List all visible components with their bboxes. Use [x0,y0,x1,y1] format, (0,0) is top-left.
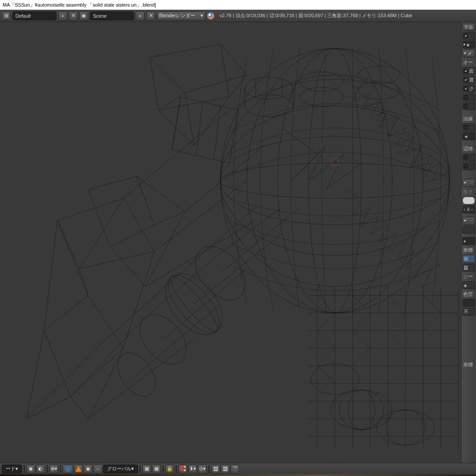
manipulator-toggle[interactable] [63,465,73,473]
pivot-dropdown[interactable]: ⊕▾ [49,465,58,473]
panel-checkbox-2[interactable]: 面 [462,67,475,75]
svg-point-20 [331,390,392,430]
3d-viewport[interactable] [0,22,461,463]
panel-label-colorspace: 色空 [462,290,475,298]
panel-icon-row[interactable]: 🖼 [462,264,475,271]
window-titlebar: MA「SSSun」¥automoiselle assembly 「solid s… [0,0,476,10]
render-engine-dropdown[interactable]: Blenderレンダー▾ [157,11,205,20]
panel-checkbox-8[interactable] [462,153,475,161]
add-layout-button[interactable]: + [58,11,67,20]
mode-dropdown[interactable]: ード ▾ [2,465,22,473]
panel-checkbox-5[interactable] [462,93,475,101]
snap-target-dropdown[interactable]: ⊙▾ [198,465,207,473]
panel-label-type: タイ [462,188,475,196]
panel-icon-row-2[interactable]: ◈ [462,281,475,289]
viewport-header: ード ▾ ◉ ◐ ⊕▾ ◉ ▫ グローバル ▾ ▦ ▦ 🔒 🧲 ⬇▾ ⊙▾ 🖼 … [0,463,476,474]
viewport-shading-2[interactable]: ◐ [36,465,45,473]
panel-label-auto: オー [462,58,475,66]
svg-point-12 [358,66,400,84]
panel-header-3[interactable] [462,179,475,187]
add-scene-button[interactable]: + [136,11,145,20]
viewport-shading-1[interactable]: ◉ [26,465,35,473]
panel-checkbox-1[interactable] [462,32,475,40]
opengl-anim-button[interactable]: 🎬 [231,465,239,473]
svg-point-6 [220,137,450,225]
manipulator-translate[interactable] [74,465,83,473]
panel-checkbox-3[interactable]: 選 [462,76,475,84]
panel-checkbox-7[interactable] [462,123,475,131]
panel-pill[interactable] [462,197,475,205]
manipulator-scale[interactable]: ▫ [93,465,102,473]
properties-panel[interactable]: マル ◈ メ オー 面 選 ク 法線 ◄ 辺情 タイ ‹ X ‹ ‹ ▾ 座標 … [461,22,476,463]
svg-point-9 [245,95,293,117]
panel-header-1[interactable]: マル [462,23,475,31]
panel-search[interactable] [462,226,475,234]
taskbar-strip [0,474,476,476]
svg-point-21 [339,390,383,430]
panel-collapsed-1[interactable]: ◈ [462,41,475,48]
scene-icon[interactable]: ◉ [79,11,88,20]
snap-toggle[interactable]: 🧲 [178,465,187,473]
delete-scene-button[interactable]: ✕ [146,11,155,20]
panel-header-2[interactable]: メ [462,49,475,57]
panel-checkbox-9[interactable] [462,162,475,170]
scene-field[interactable]: Scene [90,11,134,20]
panel-button-blue[interactable]: 画 [462,255,475,263]
panel-label-sort: ソー [462,272,475,280]
3d-cursor-icon [331,158,339,166]
panel-label-coords: 座標 [462,246,475,254]
panel-checkbox-6[interactable] [462,102,475,110]
panel-label-edge: 辺情 [462,145,475,152]
svg-point-2 [278,48,392,313]
scene-statistics: v2.79 | 頂点:0/19,036 | 辺:0/39,718 | 面:0/2… [216,12,416,19]
panel-dropdown-2[interactable]: 不 [462,308,475,316]
svg-point-22 [348,390,375,430]
opengl-render-button[interactable]: 🖼 [221,465,230,473]
svg-point-1 [247,48,423,313]
render-border-button[interactable]: 🖼 [211,465,220,473]
svg-point-5 [220,106,450,256]
info-header: ⊞ Default + ✕ ◉ Scene + ✕ Blenderレンダー▾ v… [0,10,476,22]
svg-point-0 [220,48,450,313]
delete-layout-button[interactable]: ✕ [69,11,78,20]
layers-button-1[interactable]: ▦ [142,465,151,473]
svg-point-8 [245,77,293,99]
editor-type-icon[interactable]: ⊞ [2,11,11,20]
snap-element-dropdown[interactable]: ⬇▾ [188,465,197,473]
panel-color-swatch[interactable] [462,299,475,307]
panel-xyz[interactable]: ‹ X ‹ ‹ [462,205,475,213]
blender-logo-icon [207,12,214,19]
svg-point-13 [358,82,400,99]
svg-point-7 [220,163,450,198]
panel-dropdown-1[interactable]: ▾ [462,237,475,245]
svg-point-4 [220,75,450,286]
panel-checkbox-4[interactable]: ク [462,85,475,93]
panel-label-coords-2: 座標 [462,361,475,368]
orientation-dropdown[interactable]: グローバル ▾ [103,465,138,473]
lock-camera-button[interactable]: 🔒 [165,465,174,473]
panel-header-4[interactable] [462,217,475,225]
screen-layout-field[interactable]: Default [12,11,56,20]
panel-slider-1[interactable]: ◄ [462,132,475,140]
window-title: MA「SSSun」¥automoiselle assembly 「solid s… [3,2,156,8]
manipulator-rotate[interactable]: ◉ [84,465,93,473]
svg-point-11 [300,87,344,107]
panel-label-normals: 法線 [462,115,475,123]
wireframe-mesh [0,22,461,463]
layers-button-2[interactable]: ▦ [152,465,161,473]
